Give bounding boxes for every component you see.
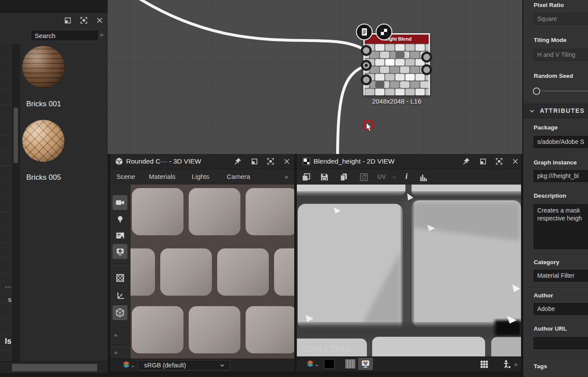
node-input-pin[interactable] xyxy=(361,45,372,56)
environment-tool-button[interactable] xyxy=(113,228,127,243)
random-seed-slider-track[interactable] xyxy=(542,91,588,91)
view3d-header[interactable]: Rounded C··· - 3D VIEW xyxy=(110,154,294,169)
menu-lights[interactable]: Lights xyxy=(192,173,209,180)
view2d-dock-button[interactable] xyxy=(478,157,488,166)
bottom-overflow-button[interactable]: » xyxy=(514,360,517,368)
light-tool-button[interactable] xyxy=(113,212,127,227)
material-thumbnail-bricks-005[interactable] xyxy=(22,120,64,162)
node-output-pin[interactable] xyxy=(421,52,432,63)
tree-item-fragment[interactable]: s xyxy=(0,296,11,303)
material-label[interactable]: Bricks 001 xyxy=(26,100,61,108)
color-layers-icon[interactable] xyxy=(122,360,131,370)
view2d-header[interactable]: Blended_height - 2D VIEW xyxy=(297,154,521,169)
mannequin-scale-button[interactable] xyxy=(501,359,512,370)
dock-icon xyxy=(250,157,258,165)
tiling-mode-dropdown[interactable]: H and V Tiling xyxy=(534,49,588,61)
toolbar-more-button[interactable]: » xyxy=(113,332,119,338)
node-output-pin[interactable] xyxy=(421,64,432,75)
material-label[interactable]: Bricks 005 xyxy=(26,173,61,182)
node-input-pin[interactable] xyxy=(361,60,372,71)
mouse-cursor xyxy=(366,123,373,132)
tile-grid-button[interactable] xyxy=(479,359,490,370)
package-label: Package xyxy=(534,124,558,131)
colorspace-dropdown[interactable]: sRGB (default) xyxy=(137,360,230,370)
info-button[interactable]: i xyxy=(405,172,408,181)
menu-camera[interactable]: Camera xyxy=(227,173,250,180)
author-label: Author xyxy=(534,292,553,299)
node-input-pin[interactable] xyxy=(361,74,372,85)
scrollbar-thumb[interactable] xyxy=(12,364,97,371)
histogram-button[interactable] xyxy=(418,171,429,183)
view3d-close-button[interactable] xyxy=(282,157,292,166)
graph-canvas[interactable]: Height Blend 2048x2048 - L16 xyxy=(108,0,522,154)
view3d-viewport[interactable] xyxy=(130,185,294,359)
mesh-select-button[interactable] xyxy=(113,305,127,320)
geometry-tool-button[interactable] xyxy=(113,270,127,285)
material-thumbnail-bricks-001[interactable] xyxy=(22,46,64,88)
attributes-section-header[interactable]: ATTRIBUTES xyxy=(523,104,588,118)
library-dock-button[interactable] xyxy=(63,15,72,25)
copy-button[interactable] xyxy=(338,171,349,183)
package-field[interactable]: s/adobe/Adobe S xyxy=(534,136,588,148)
menu-overflow-button[interactable]: » xyxy=(285,173,287,180)
node-resolution-caption: 2048x2048 - L16 xyxy=(353,98,440,105)
view3d-dock-button[interactable] xyxy=(250,157,259,166)
pixel-ratio-dropdown[interactable]: Square xyxy=(534,13,588,25)
search-input[interactable] xyxy=(31,30,106,41)
chevron-down-icon[interactable] xyxy=(314,363,319,368)
graph-instance-field[interactable]: pkg:///height_bl xyxy=(534,170,588,182)
height-blend-node[interactable]: Height Blend xyxy=(363,33,430,95)
library-tree-column[interactable]: ··· s ls xyxy=(0,44,13,361)
pixel-ratio-label: Pixel Ratio xyxy=(534,2,564,8)
scrollbar-thumb[interactable] xyxy=(14,108,18,163)
refresh-image-button[interactable] xyxy=(358,171,370,183)
chevron-down-icon[interactable] xyxy=(130,364,135,369)
view3d-toolbar: » » xyxy=(110,185,130,359)
search-expand-button[interactable]: » xyxy=(100,31,102,38)
save-button[interactable] xyxy=(319,171,330,183)
display-filter-button[interactable] xyxy=(358,358,373,370)
camera-tool-button[interactable] xyxy=(113,195,127,210)
description-field[interactable]: Creates a mask respective heigh xyxy=(534,204,588,249)
checker-icon xyxy=(302,157,311,166)
library-vertical-scrollbar[interactable] xyxy=(13,44,19,361)
background-black-swatch[interactable] xyxy=(324,359,334,369)
colorspace-value: sRGB (default) xyxy=(144,362,186,369)
author-field[interactable]: Adobe xyxy=(534,303,588,315)
node-badge-outputs[interactable] xyxy=(376,24,392,40)
tree-item-fragment[interactable]: ls xyxy=(0,337,11,346)
category-field[interactable]: Material Filter xyxy=(534,270,588,282)
background-pattern-swatch[interactable] xyxy=(345,359,356,369)
toolbar-more-button[interactable]: » xyxy=(113,349,119,355)
view2d-pin-button[interactable] xyxy=(461,157,471,166)
author-url-field[interactable] xyxy=(534,337,588,349)
view2d-maximize-button[interactable] xyxy=(494,157,504,166)
separator xyxy=(523,154,588,155)
graph-instance-label: Graph instance xyxy=(534,159,577,166)
display-settings-button[interactable] xyxy=(113,244,127,259)
menu-scene[interactable]: Scene xyxy=(116,173,135,180)
library-header xyxy=(0,13,108,27)
transform-axes-button[interactable] xyxy=(113,288,127,303)
library-close-button[interactable] xyxy=(95,15,104,25)
separator xyxy=(523,188,588,189)
mannequin-icon xyxy=(502,360,511,369)
view3d-pin-button[interactable] xyxy=(233,157,243,166)
view2d-viewport[interactable]: 2048 x 2048 xyxy=(297,185,521,356)
document-icon xyxy=(359,27,369,37)
node-badge-parameters[interactable] xyxy=(356,24,373,40)
library-horizontal-scrollbar[interactable] xyxy=(0,361,108,373)
search-box[interactable] xyxy=(31,30,99,41)
chevron-down-icon[interactable] xyxy=(391,175,397,180)
uv-mode-button[interactable]: UV xyxy=(377,173,386,180)
view2d-close-button[interactable] xyxy=(511,157,520,166)
tree-item-fragment[interactable]: ··· xyxy=(0,283,11,290)
pin-connected-dot xyxy=(365,64,368,67)
library-maximize-button[interactable] xyxy=(79,15,88,25)
random-seed-slider-knob[interactable] xyxy=(533,87,540,95)
view3d-maximize-button[interactable] xyxy=(266,157,275,166)
attributes-panel: Pixel Ratio Square Tiling Mode H and V T… xyxy=(522,0,588,377)
copy-image-button[interactable] xyxy=(300,171,312,183)
color-layers-icon[interactable] xyxy=(306,360,315,369)
menu-materials[interactable]: Materials xyxy=(149,173,176,180)
